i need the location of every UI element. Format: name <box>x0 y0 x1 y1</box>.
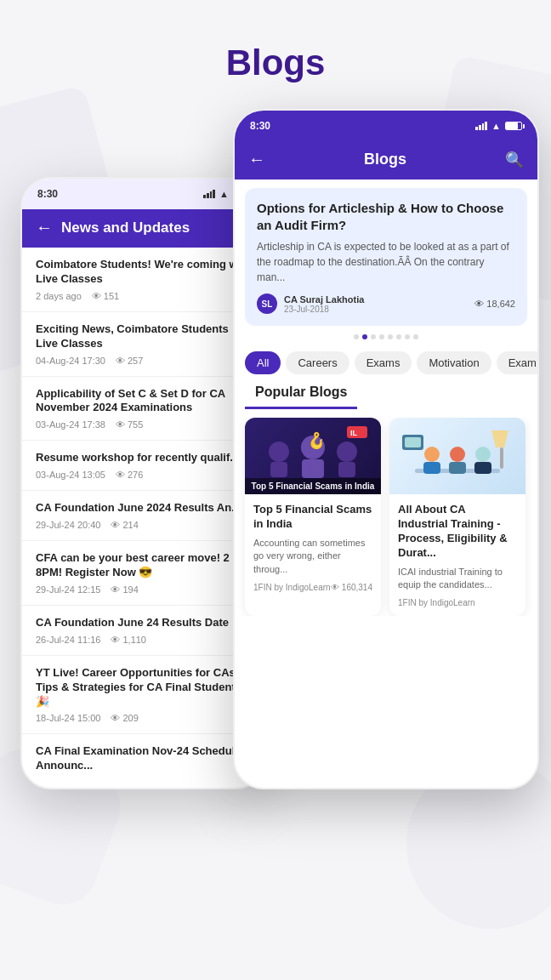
dot-6 <box>396 334 401 339</box>
battery-icon <box>505 122 522 130</box>
dot-1 <box>354 334 359 339</box>
svg-point-0 <box>269 442 289 462</box>
popular-blogs-section: Popular Blogs <box>235 381 537 418</box>
svg-rect-19 <box>405 437 421 447</box>
news-date-8: 18-Jul-24 15:00 <box>36 713 100 723</box>
news-meta-5: 29-Jul-24 20:40 👁 214 <box>36 520 252 530</box>
filter-tab-exams[interactable]: Exams <box>355 351 412 374</box>
filter-tab-exam2[interactable]: Exam <box>497 351 537 374</box>
dot-8 <box>413 334 418 339</box>
scams-card-desc: Accounting can sometimes go very wrong, … <box>253 537 372 576</box>
left-header-title: News and Updates <box>61 219 252 236</box>
back-button[interactable]: ← <box>36 218 53 237</box>
dot-2 <box>362 334 367 339</box>
svg-point-10 <box>424 447 440 462</box>
author-avatar: SL <box>257 293 277 314</box>
blogs-header-title: Blogs <box>265 151 505 168</box>
eye-icon: 👁 <box>111 713 120 723</box>
news-title-2: Exciting News, Coimbatore Students Live … <box>36 322 252 351</box>
news-item[interactable]: Resume workshop for recently qualif... 0… <box>22 441 265 491</box>
training-card-title: All About CA Industrial Training - Proce… <box>398 503 517 561</box>
training-illustration <box>398 422 517 490</box>
featured-views: 👁 18,642 <box>474 299 515 309</box>
news-item[interactable]: CFA can be your best career move! 2 8PM!… <box>22 541 265 606</box>
news-views-2: 👁 257 <box>116 356 143 366</box>
blog-card-scams[interactable]: 🪝 IL Top 5 Financial Scams in India Top … <box>245 418 381 616</box>
news-item[interactable]: Exciting News, Coimbatore Students Live … <box>22 312 265 377</box>
news-date-6: 29-Jul-24 12:15 <box>36 584 100 595</box>
svg-rect-3 <box>302 459 324 478</box>
phone-right: 8:30 ▲ ← Blogs 🔍 Options for Articleship… <box>233 109 539 789</box>
svg-text:IL: IL <box>350 429 358 437</box>
blogs-back-button[interactable]: ← <box>248 150 265 169</box>
news-date-3: 03-Aug-24 17:38 <box>36 419 105 430</box>
svg-point-12 <box>450 447 465 462</box>
filter-tab-motivation[interactable]: Motivation <box>417 351 491 374</box>
wifi-icon: ▲ <box>219 189 229 199</box>
featured-title: Options for Articleship & How to Choose … <box>257 200 515 233</box>
news-meta-6: 29-Jul-24 12:15 👁 194 <box>36 584 252 595</box>
news-views-1: 👁 151 <box>92 291 119 301</box>
news-item[interactable]: Coimbatore Students! We're coming with L… <box>22 248 265 312</box>
training-card-footer: 1FIN by IndigoLearn <box>398 598 517 607</box>
svg-rect-1 <box>270 462 287 477</box>
eye-icon: 👁 <box>116 356 125 366</box>
news-meta-8: 18-Jul-24 15:00 👁 209 <box>36 713 252 723</box>
eye-icon: 👁 <box>116 470 125 480</box>
filter-tabs: All Careers Exams Motivation Exam <box>235 345 537 381</box>
featured-desc: Articleship in CA is expected to be look… <box>257 239 515 285</box>
eye-icon: 👁 <box>92 291 101 301</box>
training-card-desc: ICAI industrial Training to equip the ca… <box>398 566 517 592</box>
dot-5 <box>388 334 393 339</box>
svg-marker-17 <box>491 430 508 447</box>
news-item[interactable]: Applicability of Set C & Set D for CA No… <box>22 377 265 442</box>
news-views-7: 👁 1,110 <box>111 635 146 645</box>
news-meta-2: 04-Aug-24 17:30 👁 257 <box>36 356 252 366</box>
left-status-time: 8:30 <box>37 188 58 200</box>
signal-icon <box>475 122 487 130</box>
scams-card-body: Top 5 Financial Scams in India Accountin… <box>245 494 381 601</box>
news-title-4: Resume workshop for recently qualif... <box>36 451 252 465</box>
svg-point-14 <box>475 447 491 462</box>
svg-rect-5 <box>338 462 355 477</box>
eye-icon: 👁 <box>111 635 120 645</box>
search-icon[interactable]: 🔍 <box>505 151 524 169</box>
blog-cards-row: 🪝 IL Top 5 Financial Scams in India Top … <box>235 418 537 616</box>
news-date-5: 29-Jul-24 20:40 <box>36 520 100 530</box>
author-info: CA Suraj Lakhotia 23-Jul-2018 <box>284 294 468 314</box>
scams-card-footer: 1FIN by IndigoLearn 👁 160,314 <box>253 583 372 592</box>
scams-card-title: Top 5 Financial Scams in India <box>253 503 372 532</box>
filter-tab-careers[interactable]: Careers <box>286 351 349 374</box>
news-title-7: CA Foundation June 24 Results Date <box>36 616 252 630</box>
news-item[interactable]: CA Foundation June 2024 Results An... 29… <box>22 491 265 541</box>
blog-card-image-scams: 🪝 IL Top 5 Financial Scams in India <box>245 418 381 494</box>
scams-card-author: 1FIN by IndigoLearn <box>253 583 331 592</box>
blog-card-image-training <box>389 418 525 494</box>
news-item[interactable]: CA Foundation June 24 Results Date 26-Ju… <box>22 606 265 656</box>
page-title: Blogs <box>226 43 326 83</box>
news-views-8: 👁 209 <box>111 713 138 723</box>
eye-icon: 👁 <box>474 299 484 309</box>
blog-card-training[interactable]: All About CA Industrial Training - Proce… <box>389 418 525 616</box>
eye-icon: 👁 <box>331 583 339 592</box>
featured-author-row: SL CA Suraj Lakhotia 23-Jul-2018 👁 18,64… <box>257 293 515 314</box>
news-views-4: 👁 276 <box>116 470 143 480</box>
filter-tab-all[interactable]: All <box>245 351 281 374</box>
eye-icon: 👁 <box>111 584 120 595</box>
featured-blog-card[interactable]: Options for Articleship & How to Choose … <box>245 188 527 326</box>
news-date-2: 04-Aug-24 17:30 <box>36 356 105 366</box>
news-date-7: 26-Jul-24 11:16 <box>36 635 100 645</box>
news-title-8: YT Live! Career Opportunities for CAs & … <box>36 666 252 709</box>
signal-icon <box>203 190 215 198</box>
news-item[interactable]: CA Final Examination Nov-24 Schedule Ann… <box>22 734 265 789</box>
eye-icon: 👁 <box>111 520 120 530</box>
dot-3 <box>371 334 376 339</box>
scams-card-label: Top 5 Financial Scams in India <box>245 478 381 494</box>
news-item[interactable]: YT Live! Career Opportunities for CAs & … <box>22 656 265 735</box>
carousel-dots <box>235 334 537 339</box>
training-card-author: 1FIN by IndigoLearn <box>398 598 475 607</box>
right-status-icons: ▲ <box>475 121 522 131</box>
news-title-6: CFA can be your best career move! 2 8PM!… <box>36 551 252 580</box>
author-name: CA Suraj Lakhotia <box>284 294 468 305</box>
popular-blogs-title: Popular Blogs <box>245 381 357 409</box>
